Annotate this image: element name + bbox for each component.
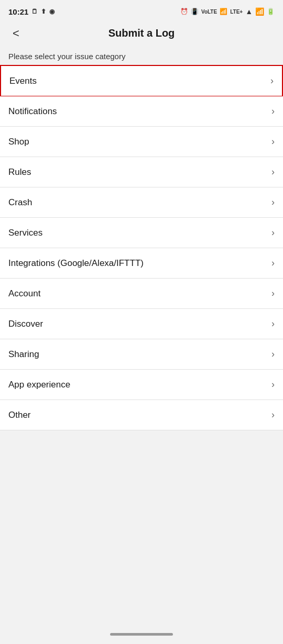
- list-item-discover[interactable]: Discover›: [0, 309, 283, 339]
- status-left: 10:21 🗒 ⬆ ◉: [8, 7, 55, 16]
- alarm-icon: ⏰: [180, 8, 188, 15]
- list-item-label-crash: Crash: [8, 197, 32, 208]
- list-item-label-rules: Rules: [8, 167, 31, 177]
- status-time: 10:21: [8, 7, 28, 16]
- lte2-icon: LTE+: [230, 9, 243, 15]
- page-title: Submit a Log: [108, 27, 175, 39]
- home-indicator: [110, 633, 173, 636]
- list-item-label-services: Services: [8, 228, 42, 238]
- list-item-rules[interactable]: Rules›: [0, 157, 283, 187]
- list-item-label-sharing: Sharing: [8, 349, 39, 360]
- chevron-icon-app-experience: ›: [271, 379, 275, 390]
- chevron-icon-shop: ›: [271, 136, 275, 147]
- chevron-icon-discover: ›: [271, 318, 275, 329]
- chevron-icon-other: ›: [271, 409, 275, 420]
- chevron-icon-sharing: ›: [271, 349, 275, 360]
- list-item-label-other: Other: [8, 410, 31, 420]
- list-item-integrations[interactable]: Integrations (Google/Alexa/IFTTT)›: [0, 248, 283, 279]
- list-item-label-shop: Shop: [8, 137, 29, 147]
- list-item-sharing[interactable]: Sharing›: [0, 339, 283, 370]
- list-item-shop[interactable]: Shop›: [0, 127, 283, 157]
- signal2-icon: 📶: [255, 7, 264, 16]
- battery-icon: 🔋: [267, 8, 275, 15]
- category-list: Events›Notifications›Shop›Rules›Crash›Se…: [0, 65, 283, 430]
- wifi-icon: 📶: [220, 8, 227, 15]
- list-item-other[interactable]: Other›: [0, 400, 283, 430]
- music-icon: ◉: [49, 8, 55, 15]
- signal-icon: ▲: [245, 7, 253, 16]
- status-bar: 10:21 🗒 ⬆ ◉ ⏰ 📳 VoLTE 📶 LTE+ ▲ 📶 🔋: [0, 0, 283, 21]
- chevron-icon-services: ›: [271, 227, 275, 238]
- list-item-events[interactable]: Events›: [0, 65, 283, 97]
- lte-icon: VoLTE: [201, 9, 217, 15]
- chevron-icon-crash: ›: [271, 197, 275, 208]
- list-item-app-experience[interactable]: App experience›: [0, 370, 283, 400]
- list-item-label-account: Account: [8, 288, 40, 299]
- header: < Submit a Log: [0, 21, 283, 46]
- chevron-icon-account: ›: [271, 288, 275, 299]
- list-item-services[interactable]: Services›: [0, 218, 283, 248]
- list-item-label-integrations: Integrations (Google/Alexa/IFTTT): [8, 258, 144, 269]
- status-right: ⏰ 📳 VoLTE 📶 LTE+ ▲ 📶 🔋: [180, 7, 275, 16]
- upload-icon: ⬆: [41, 8, 46, 15]
- chevron-icon-rules: ›: [271, 166, 275, 177]
- notification-icon: 🗒: [31, 8, 38, 15]
- chevron-icon-events: ›: [270, 75, 274, 86]
- list-item-crash[interactable]: Crash›: [0, 187, 283, 218]
- list-item-label-app-experience: App experience: [8, 380, 70, 390]
- back-button[interactable]: <: [8, 25, 24, 42]
- vibrate-icon: 📳: [191, 8, 199, 15]
- list-item-notifications[interactable]: Notifications›: [0, 96, 283, 127]
- list-item-label-notifications: Notifications: [8, 106, 57, 117]
- subtitle: Please select your issue category: [0, 46, 283, 65]
- list-item-label-discover: Discover: [8, 319, 43, 329]
- chevron-icon-notifications: ›: [271, 106, 275, 117]
- list-item-account[interactable]: Account›: [0, 279, 283, 309]
- chevron-icon-integrations: ›: [271, 258, 275, 269]
- list-item-label-events: Events: [9, 76, 37, 86]
